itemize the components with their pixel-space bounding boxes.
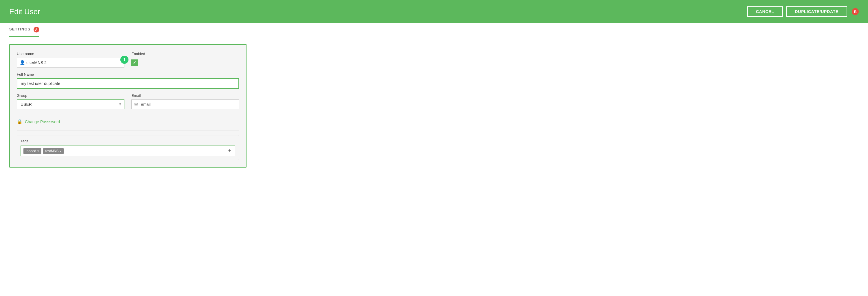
duplicate-update-button[interactable]: DUPLICATE/UPDATE <box>786 6 847 17</box>
tag-remove-testmns[interactable]: x <box>60 149 62 153</box>
main-content: Username 👤 1 Enabled ✓ Full Name <box>0 37 868 174</box>
tags-section: Tags indeed x testMNS x + <box>17 135 239 160</box>
badge-a: A <box>34 27 39 32</box>
username-enabled-row: Username 👤 1 Enabled ✓ <box>17 52 239 68</box>
divider-2 <box>17 130 239 131</box>
email-label: Email <box>131 93 239 98</box>
page-title: Edit User <box>9 7 40 16</box>
enabled-checkbox[interactable]: ✓ <box>131 59 138 66</box>
email-group: Email ✉ <box>131 93 239 109</box>
change-password-row[interactable]: 🔒 Change Passsword <box>17 119 239 124</box>
fullname-row: Full Name <box>17 72 239 89</box>
cancel-button[interactable]: CANCEL <box>747 6 783 17</box>
change-password-link[interactable]: Change Passsword <box>25 119 60 124</box>
username-input-wrapper: 👤 <box>17 58 124 68</box>
email-icon: ✉ <box>134 102 138 107</box>
lock-icon: 🔒 <box>17 119 23 124</box>
user-icon: 👤 <box>20 60 25 65</box>
tag-label-indeed: indeed <box>26 149 36 153</box>
tags-add-button[interactable]: + <box>227 148 232 154</box>
username-input[interactable] <box>17 58 124 68</box>
email-input-wrapper: ✉ <box>131 100 239 109</box>
fullname-label: Full Name <box>17 72 239 77</box>
group-group: Group USER ADMIN MANAGER <box>17 93 124 109</box>
tag-remove-indeed[interactable]: x <box>37 149 39 153</box>
page-header: Edit User CANCEL DUPLICATE/UPDATE B <box>0 0 868 23</box>
badge-b: B <box>852 8 859 15</box>
username-group: Username 👤 1 <box>17 52 124 68</box>
tab-settings[interactable]: SETTINGS A <box>9 23 39 37</box>
tooltip-1: 1 <box>120 56 128 64</box>
group-email-row: Group USER ADMIN MANAGER Email ✉ <box>17 93 239 109</box>
tag-chip-testmns: testMNS x <box>43 148 64 154</box>
header-actions: CANCEL DUPLICATE/UPDATE B <box>747 6 859 17</box>
tab-settings-label: SETTINGS <box>9 27 30 31</box>
username-label: Username <box>17 52 124 56</box>
group-select-wrapper: USER ADMIN MANAGER <box>17 100 124 109</box>
tag-label-testmns: testMNS <box>45 149 59 153</box>
fullname-group: Full Name <box>17 72 239 89</box>
enabled-group: Enabled ✓ <box>131 52 166 66</box>
email-input[interactable] <box>131 100 239 109</box>
fullname-input[interactable] <box>17 78 239 89</box>
tag-chip-indeed: indeed x <box>24 148 41 154</box>
checkmark-icon: ✓ <box>133 60 136 65</box>
tags-input-area[interactable]: indeed x testMNS x + <box>21 145 235 156</box>
group-label: Group <box>17 93 124 98</box>
enabled-label: Enabled <box>131 52 145 56</box>
form-card: Username 👤 1 Enabled ✓ Full Name <box>9 44 247 167</box>
group-select[interactable]: USER ADMIN MANAGER <box>17 100 124 109</box>
tabs-bar: SETTINGS A <box>0 23 868 37</box>
tags-label: Tags <box>21 139 235 143</box>
